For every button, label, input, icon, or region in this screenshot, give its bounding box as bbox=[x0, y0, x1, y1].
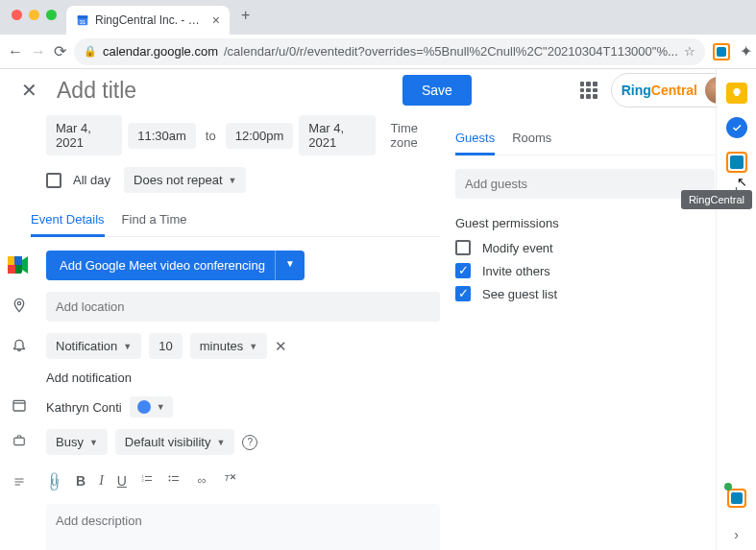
tab-rooms[interactable]: Rooms bbox=[512, 123, 551, 155]
google-keep-icon[interactable] bbox=[726, 83, 747, 104]
chevron-down-icon: ▼ bbox=[157, 402, 165, 412]
event-body: Mar 4, 2021 11:30am to 12:00pm Mar 4, 20… bbox=[0, 111, 756, 550]
visibility-dropdown[interactable]: Default visibility ▼ bbox=[115, 429, 235, 455]
tab-title: RingCentral Inc. - Calendar - E bbox=[95, 13, 207, 27]
presence-indicator bbox=[724, 483, 732, 490]
save-button[interactable]: Save bbox=[402, 75, 472, 106]
start-date-picker[interactable]: Mar 4, 2021 bbox=[46, 115, 122, 155]
window-close[interactable] bbox=[12, 10, 22, 20]
perm-see-checkbox[interactable] bbox=[455, 286, 471, 301]
event-header: ✕ Save RingCentral bbox=[0, 69, 756, 111]
back-button[interactable]: ← bbox=[8, 43, 23, 60]
close-icon[interactable]: ✕ bbox=[21, 79, 37, 102]
svg-rect-4 bbox=[8, 256, 15, 265]
remove-notification-icon[interactable]: ✕ bbox=[275, 338, 287, 355]
help-icon[interactable]: ? bbox=[242, 435, 257, 450]
reload-button[interactable]: ⟳ bbox=[54, 42, 66, 60]
add-notification-row: Add notification bbox=[46, 371, 440, 385]
availability-label: Busy bbox=[56, 435, 84, 449]
bold-icon[interactable]: B bbox=[76, 473, 85, 489]
google-tasks-icon[interactable] bbox=[726, 117, 747, 138]
bookmark-star-icon[interactable]: ☆ bbox=[684, 44, 695, 59]
window-minimize[interactable] bbox=[29, 10, 39, 20]
calendar-color-dot bbox=[137, 400, 151, 414]
chevron-down-icon: ▼ bbox=[216, 438, 225, 447]
perm-see-row: See guest list bbox=[455, 286, 715, 301]
end-time-picker[interactable]: 12:00pm bbox=[226, 123, 294, 149]
forward-button: → bbox=[31, 43, 46, 60]
window-maximize[interactable] bbox=[46, 10, 57, 20]
recurrence-label: Does not repeat bbox=[134, 173, 223, 187]
notification-value-input[interactable]: 10 bbox=[149, 333, 182, 359]
calendar-favicon-icon: 31 bbox=[76, 13, 89, 27]
description-icon bbox=[10, 474, 29, 491]
tab-event-details[interactable]: Event Details bbox=[31, 204, 105, 237]
clear-formatting-icon[interactable]: T bbox=[223, 472, 236, 489]
perm-modify-checkbox[interactable] bbox=[455, 240, 471, 255]
extensions-icon[interactable]: ✦ bbox=[740, 42, 752, 60]
browser-tab[interactable]: 31 RingCentral Inc. - Calendar - E × bbox=[66, 6, 230, 35]
tab-find-a-time[interactable]: Find a Time bbox=[122, 204, 187, 236]
description-row: 📎 B I U 12 T Add description bbox=[46, 466, 440, 550]
add-notification-button[interactable]: Add notification bbox=[46, 371, 132, 385]
availability-dropdown[interactable]: Busy ▼ bbox=[46, 429, 108, 455]
perm-invite-checkbox[interactable] bbox=[455, 263, 471, 278]
add-guests-input[interactable] bbox=[455, 169, 715, 199]
conferencing-dropdown[interactable]: ▼ bbox=[275, 251, 305, 280]
permissions-heading: Guest permissions bbox=[455, 216, 715, 230]
location-row bbox=[46, 292, 440, 322]
detail-tabs: Event Details Find a Time bbox=[31, 204, 440, 237]
timezone-button[interactable]: Time zone bbox=[391, 121, 440, 150]
calendar-icon bbox=[10, 397, 29, 417]
google-apps-icon[interactable] bbox=[580, 82, 597, 99]
calendar-owner-row: Kathryn Conti ▼ bbox=[46, 396, 440, 418]
tab-guests[interactable]: Guests bbox=[455, 123, 495, 155]
notification-unit-label: minutes bbox=[200, 339, 244, 353]
attachment-icon[interactable]: 📎 bbox=[43, 469, 65, 491]
start-time-picker[interactable]: 11:30am bbox=[128, 123, 196, 149]
chrome-actions: ✦ Update ⋮ bbox=[713, 41, 756, 62]
tab-close-icon[interactable]: × bbox=[212, 12, 220, 28]
notification-row: Notification ▼ 10 minutes ▼ ✕ bbox=[46, 333, 440, 359]
address-bar[interactable]: 🔒 calendar.google.com /calendar/u/0/r/ev… bbox=[74, 38, 705, 65]
bell-icon bbox=[10, 336, 29, 357]
numbered-list-icon[interactable]: 12 bbox=[140, 473, 154, 489]
svg-point-19 bbox=[168, 475, 170, 477]
chevron-down-icon: ▼ bbox=[249, 342, 257, 351]
allday-checkbox[interactable] bbox=[46, 173, 61, 188]
ringcentral-extension-icon[interactable] bbox=[713, 43, 730, 60]
underline-icon[interactable]: U bbox=[117, 473, 127, 489]
description-textarea[interactable]: Add description bbox=[46, 504, 440, 550]
notification-unit-dropdown[interactable]: minutes ▼ bbox=[190, 333, 267, 359]
chevron-down-icon: ▼ bbox=[123, 342, 132, 351]
right-column: Guests Rooms Guest permissions Modify ev… bbox=[455, 115, 715, 550]
ringcentral-presence-icon[interactable] bbox=[727, 489, 746, 508]
notification-type-dropdown[interactable]: Notification ▼ bbox=[46, 333, 141, 359]
browser-toolbar: ← → ⟳ 🔒 calendar.google.com /calendar/u/… bbox=[0, 35, 756, 69]
italic-icon[interactable]: I bbox=[99, 473, 104, 489]
cursor-icon: ↖ bbox=[737, 175, 747, 189]
svg-marker-7 bbox=[22, 256, 28, 274]
chevron-down-icon: ▼ bbox=[229, 176, 237, 185]
url-path: /calendar/u/0/r/eventedit?overrides=%5Bn… bbox=[224, 44, 678, 59]
svg-text:T: T bbox=[224, 473, 231, 483]
google-meet-icon bbox=[8, 256, 29, 274]
svg-rect-1 bbox=[78, 15, 88, 18]
link-icon[interactable] bbox=[194, 473, 209, 489]
location-input[interactable] bbox=[46, 292, 440, 322]
recurrence-dropdown[interactable]: Does not repeat ▼ bbox=[124, 167, 246, 193]
url-domain: calendar.google.com bbox=[103, 44, 218, 59]
calendar-color-picker[interactable]: ▼ bbox=[130, 396, 173, 418]
bullet-list-icon[interactable] bbox=[167, 473, 181, 489]
new-tab-button[interactable]: + bbox=[241, 7, 250, 24]
svg-rect-5 bbox=[14, 256, 22, 265]
description-toolbar: 📎 B I U 12 T bbox=[46, 466, 440, 494]
collapse-sidepanel-icon[interactable]: › bbox=[734, 527, 739, 542]
ringcentral-sidepanel-icon[interactable] bbox=[726, 152, 747, 173]
svg-text:2: 2 bbox=[141, 478, 144, 483]
end-date-picker[interactable]: Mar 4, 2021 bbox=[299, 115, 375, 155]
chevron-down-icon: ▼ bbox=[89, 438, 98, 447]
event-title-input[interactable] bbox=[57, 78, 345, 104]
add-conferencing-button[interactable]: Add Google Meet video conferencing bbox=[46, 251, 279, 280]
perm-modify-row: Modify event bbox=[455, 240, 715, 255]
